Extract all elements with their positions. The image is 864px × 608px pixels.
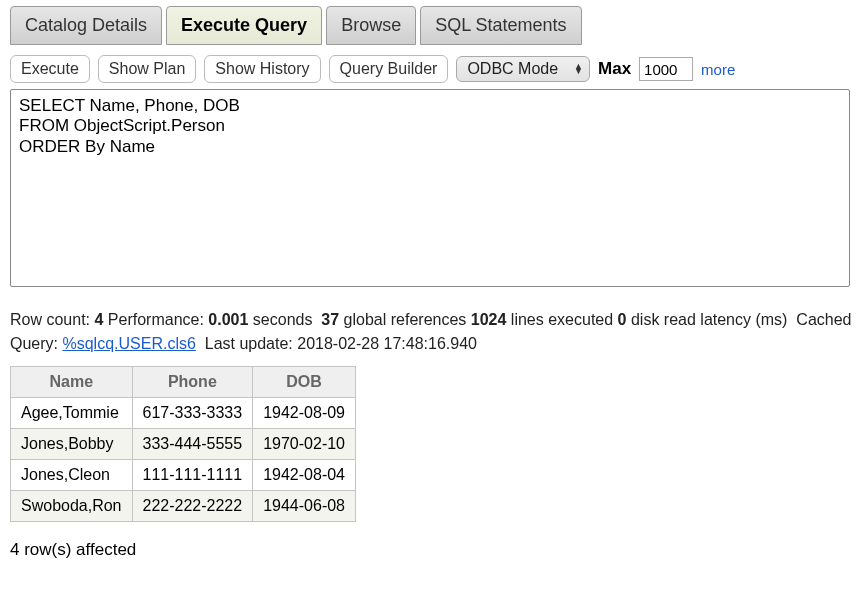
tab-bar: Catalog Details Execute Query Browse SQL… xyxy=(10,6,854,45)
cached-label: Cached xyxy=(796,311,851,328)
cell-name: Jones,Cleon xyxy=(11,460,133,491)
table-row: Jones,Cleon 111-111-1111 1942-08-04 xyxy=(11,460,356,491)
more-link[interactable]: more xyxy=(701,61,735,78)
cell-name: Jones,Bobby xyxy=(11,429,133,460)
column-header-name[interactable]: Name xyxy=(11,367,133,398)
table-row: Jones,Bobby 333-444-5555 1970-02-10 xyxy=(11,429,356,460)
disk-read-value: 0 xyxy=(618,311,627,328)
tab-catalog-details[interactable]: Catalog Details xyxy=(10,6,162,45)
rows-affected: 4 row(s) affected xyxy=(10,540,854,560)
cell-name: Swoboda,Ron xyxy=(11,491,133,522)
last-update-label: Last update: xyxy=(205,335,293,352)
seconds-word: seconds xyxy=(253,311,313,328)
global-refs-label: global references xyxy=(344,311,467,328)
last-update-value: 2018-02-28 17:48:16.940 xyxy=(297,335,477,352)
tab-sql-statements[interactable]: SQL Statements xyxy=(420,6,581,45)
show-plan-button[interactable]: Show Plan xyxy=(98,55,197,83)
lines-exec-label: lines executed xyxy=(511,311,613,328)
table-header-row: Name Phone DOB xyxy=(11,367,356,398)
table-row: Agee,Tommie 617-333-3333 1942-08-09 xyxy=(11,398,356,429)
cell-name: Agee,Tommie xyxy=(11,398,133,429)
cell-dob: 1970-02-10 xyxy=(253,429,356,460)
query-label: Query: xyxy=(10,335,58,352)
show-history-button[interactable]: Show History xyxy=(204,55,320,83)
global-refs-value: 37 xyxy=(321,311,339,328)
query-textarea[interactable] xyxy=(10,89,850,287)
execute-button[interactable]: Execute xyxy=(10,55,90,83)
max-input[interactable] xyxy=(639,57,693,81)
perf-seconds: 0.001 xyxy=(208,311,248,328)
stats-line: Row count: 4 Performance: 0.001 seconds … xyxy=(10,308,854,356)
tab-execute-query[interactable]: Execute Query xyxy=(166,6,322,45)
cell-phone: 333-444-5555 xyxy=(132,429,253,460)
toolbar: Execute Show Plan Show History Query Bui… xyxy=(10,55,854,83)
cell-dob: 1944-06-08 xyxy=(253,491,356,522)
tab-browse[interactable]: Browse xyxy=(326,6,416,45)
lines-exec-value: 1024 xyxy=(471,311,507,328)
mode-select-value: ODBC Mode xyxy=(467,60,558,78)
cell-dob: 1942-08-09 xyxy=(253,398,356,429)
column-header-dob[interactable]: DOB xyxy=(253,367,356,398)
max-label: Max xyxy=(598,59,631,79)
cell-phone: 617-333-3333 xyxy=(132,398,253,429)
mode-select[interactable]: ODBC Mode ▲▼ xyxy=(456,56,590,82)
results-table: Name Phone DOB Agee,Tommie 617-333-3333 … xyxy=(10,366,356,522)
cell-phone: 222-222-2222 xyxy=(132,491,253,522)
cached-query-link[interactable]: %sqlcq.USER.cls6 xyxy=(62,335,195,352)
row-count-value: 4 xyxy=(95,311,104,328)
column-header-phone[interactable]: Phone xyxy=(132,367,253,398)
table-row: Swoboda,Ron 222-222-2222 1944-06-08 xyxy=(11,491,356,522)
cell-phone: 111-111-1111 xyxy=(132,460,253,491)
chevron-updown-icon: ▲▼ xyxy=(574,64,583,74)
cell-dob: 1942-08-04 xyxy=(253,460,356,491)
disk-read-label: disk read latency (ms) xyxy=(631,311,788,328)
row-count-label: Row count: xyxy=(10,311,90,328)
perf-label: Performance: xyxy=(108,311,204,328)
query-builder-button[interactable]: Query Builder xyxy=(329,55,449,83)
